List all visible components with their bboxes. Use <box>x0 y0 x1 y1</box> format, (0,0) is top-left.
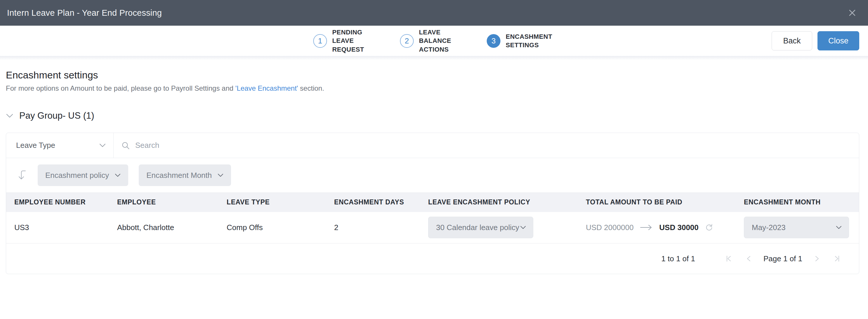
arrow-right-icon <box>640 224 653 231</box>
first-page-icon[interactable] <box>724 254 734 263</box>
amount-original: USD 2000000 <box>586 223 633 232</box>
pagination-page: Page 1 of 1 <box>764 254 802 263</box>
leave-type-dropdown[interactable]: Leave Type <box>6 133 114 158</box>
policy-select-value: 30 Calendar leave policy <box>436 223 519 232</box>
leave-encashment-policy-cell: 30 Calendar leave policy <box>420 212 578 244</box>
encashment-panel: Leave Type <box>6 133 859 274</box>
pay-group-title: Pay Group- US (1) <box>19 110 94 121</box>
policy-select[interactable]: 30 Calendar leave policy <box>428 217 533 238</box>
close-icon[interactable] <box>846 7 858 19</box>
col-total-amount: TOTAL AMOUNT TO BE PAID <box>578 193 736 212</box>
encashment-month-bulk-dropdown[interactable]: Encashment Month <box>139 165 231 186</box>
chevron-down-icon <box>218 174 223 177</box>
col-leave-encashment-policy: LEAVE ENCASHMENT POLICY <box>420 193 578 212</box>
last-page-icon[interactable] <box>832 254 842 263</box>
step-1-circle: 1 <box>313 34 327 48</box>
amount-final: USD 30000 <box>659 223 698 232</box>
sort-descending-icon[interactable] <box>18 169 27 181</box>
col-employee: EMPLOYEE <box>109 193 218 212</box>
encashment-table: EMPLOYEE NUMBER EMPLOYEE LEAVE TYPE ENCA… <box>6 192 859 244</box>
filter-row: Leave Type <box>6 133 859 158</box>
subtitle-suffix: section. <box>298 84 324 92</box>
step-2-circle: 2 <box>400 34 414 48</box>
step-encashment-settings[interactable]: 3 ENCASHMENT SETTINGS <box>487 32 555 49</box>
stepper: 1 PENDING LEAVE REQUEST 2 LEAVE BALANCE … <box>313 26 555 56</box>
total-amount-cell: USD 2000000 USD 30000 <box>578 212 736 244</box>
search-box <box>114 133 859 158</box>
search-icon <box>121 141 130 150</box>
header-actions: Back Close <box>772 26 859 56</box>
pagination-range: 1 to 1 of 1 <box>661 254 695 263</box>
col-leave-type: LEAVE TYPE <box>218 193 326 212</box>
page-subtitle: For more options on Amount to be paid, p… <box>6 84 862 93</box>
employee-cell: Abbott, Charlotte <box>109 212 218 244</box>
close-button[interactable]: Close <box>817 31 859 50</box>
chevron-down-icon <box>99 143 106 147</box>
step-leave-balance-actions[interactable]: 2 LEAVE BALANCE ACTIONS <box>400 28 468 54</box>
col-encashment-month: ENCASHMENT MONTH <box>736 193 859 212</box>
search-input[interactable] <box>135 141 859 150</box>
step-3-label: ENCASHMENT SETTINGS <box>506 32 555 49</box>
pay-group-section-header[interactable]: Pay Group- US (1) <box>6 110 862 121</box>
step-3-circle: 3 <box>487 34 501 48</box>
employee-number-cell: US3 <box>6 212 109 244</box>
leave-type-label: Leave Type <box>16 141 55 150</box>
page-title: Encashment settings <box>6 69 862 81</box>
next-page-icon[interactable] <box>812 254 822 263</box>
back-button[interactable]: Back <box>772 31 812 50</box>
page-content: Encashment settings For more options on … <box>0 69 868 274</box>
encashment-month-bulk-label: Encashment Month <box>146 171 212 180</box>
col-encashment-days: ENCASHMENT DAYS <box>326 193 420 212</box>
modal-titlebar: Intern Leave Plan - Year End Processing <box>0 0 868 26</box>
step-pending-leave-request[interactable]: 1 PENDING LEAVE REQUEST <box>313 28 381 54</box>
step-1-label: PENDING LEAVE REQUEST <box>332 28 381 54</box>
wizard-header: 1 PENDING LEAVE REQUEST 2 LEAVE BALANCE … <box>0 26 868 56</box>
modal-title: Intern Leave Plan - Year End Processing <box>7 8 162 18</box>
leave-type-cell: Comp Offs <box>218 212 326 244</box>
encashment-policy-bulk-dropdown[interactable]: Encashment policy <box>38 165 128 186</box>
chevron-down-icon <box>115 174 121 177</box>
col-employee-number: EMPLOYEE NUMBER <box>6 193 109 212</box>
table-header-row: EMPLOYEE NUMBER EMPLOYEE LEAVE TYPE ENCA… <box>6 193 859 212</box>
encashment-policy-bulk-label: Encashment policy <box>45 171 109 180</box>
encashment-days-cell: 2 <box>326 212 420 244</box>
refresh-icon[interactable] <box>705 223 713 232</box>
subtitle-text: For more options on Amount to be paid, p… <box>6 84 236 92</box>
table-row: US3 Abbott, Charlotte Comp Offs 2 30 Cal… <box>6 212 859 244</box>
chevron-down-icon <box>836 226 842 229</box>
previous-page-icon[interactable] <box>744 254 753 263</box>
chevron-down-icon <box>520 226 526 229</box>
leave-encashment-link[interactable]: 'Leave Encashment' <box>236 84 298 92</box>
step-2-label: LEAVE BALANCE ACTIONS <box>419 28 468 54</box>
bulk-actions-toolbar: Encashment policy Encashment Month <box>6 158 859 192</box>
collapse-chevron-icon <box>6 113 13 118</box>
encashment-month-cell: May-2023 <box>736 212 859 244</box>
month-select[interactable]: May-2023 <box>744 217 849 238</box>
pagination: 1 to 1 of 1 Page 1 of 1 <box>6 244 859 274</box>
month-select-value: May-2023 <box>752 223 786 232</box>
